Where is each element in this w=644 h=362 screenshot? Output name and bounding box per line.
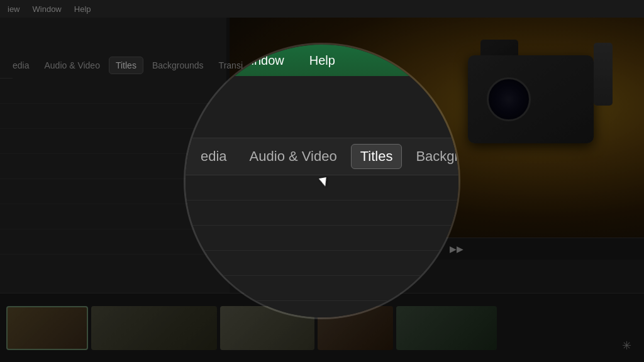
menu-view[interactable]: iew [8, 4, 20, 14]
app-container: iew Window Help edia Audio & Video Title… [0, 0, 644, 362]
magnified-tab-backgrounds[interactable]: Backgrounds [407, 145, 458, 168]
mag-line-4 [186, 251, 458, 276]
magnified-content-area [186, 175, 458, 317]
magnified-tab-titles[interactable]: Titles [351, 144, 402, 169]
magnified-menu-window[interactable]: Window [240, 53, 284, 68]
mic-accessory [594, 43, 613, 106]
menu-bar: iew Window Help [0, 0, 644, 18]
menu-window[interactable]: Window [33, 4, 62, 14]
mag-line-1 [186, 175, 458, 200]
mag-line-3 [186, 226, 458, 251]
tab-audio-video[interactable]: Audio & Video [38, 57, 106, 74]
magnified-tab-media[interactable]: edia [192, 145, 236, 168]
magnified-menu-help[interactable]: Help [309, 53, 335, 68]
magnified-tab-audio-video[interactable]: Audio & Video [241, 145, 346, 168]
magnified-menu-bar: ew Window Help [186, 45, 458, 76]
tab-titles[interactable]: Titles [109, 57, 143, 74]
tab-media[interactable]: edia [6, 57, 35, 74]
menu-help[interactable]: Help [74, 4, 91, 14]
camera-body [468, 55, 594, 143]
magnified-menu-view[interactable]: ew [198, 53, 214, 68]
mag-line-2 [186, 200, 458, 226]
timeline-clip-1[interactable] [6, 306, 88, 350]
magnified-tab-bar: edia Audio & Video Titles Backgrounds Tr… [186, 138, 458, 175]
tab-bar: edia Audio & Video Titles Backgrounds Tr… [0, 52, 13, 79]
mag-line-5 [186, 276, 458, 301]
bottom-right-icon: ✳ [622, 339, 631, 353]
camera-lens [487, 77, 531, 121]
magnifier-overlay: ew Window Help edia Audio & Video Titles… [184, 43, 460, 319]
camera-top [480, 40, 518, 55]
magnified-dark-area [186, 76, 458, 139]
magnifier-content: ew Window Help edia Audio & Video Titles… [186, 45, 458, 317]
